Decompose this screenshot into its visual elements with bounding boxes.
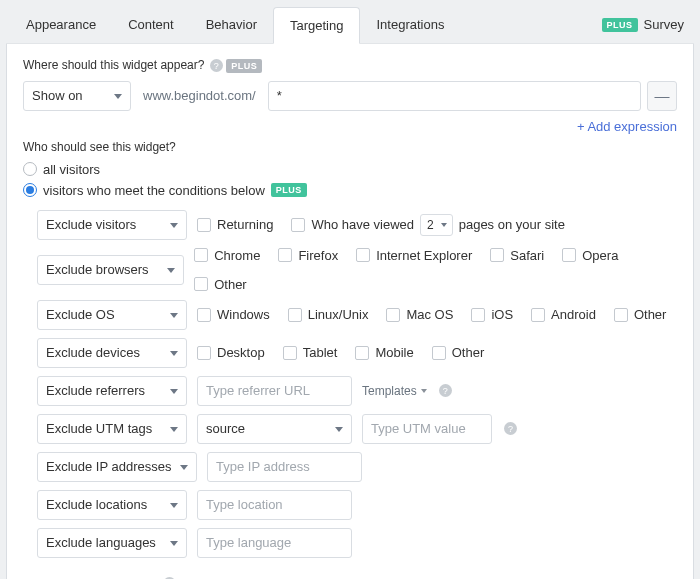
chk-ie[interactable]: Internet Explorer [356,248,472,263]
chk-tablet[interactable]: Tablet [283,345,338,360]
tabs-bar: Appearance Content Behavior Targeting In… [6,6,694,44]
chk-label-text: Other [634,307,667,322]
checkbox-icon [194,277,208,291]
help-icon[interactable]: ? [439,384,452,397]
radio-all-label: all visitors [43,162,100,177]
help-icon[interactable]: ? [210,59,223,72]
who-viewed-post: pages on your site [459,217,565,232]
radio-icon [23,162,37,176]
language-input[interactable] [197,528,352,558]
utm-param-select[interactable]: source [197,414,352,444]
page-count-select[interactable]: 2 [420,214,453,236]
who-viewed-pre: Who have viewed [311,217,414,232]
chk-firefox[interactable]: Firefox [278,248,338,263]
chk-macos[interactable]: Mac OS [386,307,453,322]
utm-value-input[interactable] [362,414,492,444]
chk-desktop[interactable]: Desktop [197,345,265,360]
cond-row-devices: Exclude devices Desktop Tablet Mobile Ot… [37,338,677,368]
ip-input[interactable] [207,452,362,482]
chevron-down-icon [170,541,178,546]
chevron-down-icon [170,223,178,228]
chk-other[interactable]: Other [194,277,247,292]
chk-label-text: Firefox [298,248,338,263]
locations-mode-select[interactable]: Exclude locations [37,490,187,520]
chk-chrome[interactable]: Chrome [194,248,260,263]
select-value: Exclude locations [46,497,147,512]
plus-badge: PLUS [226,59,262,73]
languages-mode-select[interactable]: Exclude languages [37,528,187,558]
path-input[interactable] [268,81,641,111]
chk-label-text: Android [551,307,596,322]
tab-appearance[interactable]: Appearance [10,7,112,42]
add-expression-link[interactable]: + Add expression [577,119,677,134]
chk-ios[interactable]: iOS [471,307,513,322]
tab-targeting[interactable]: Targeting [273,7,360,44]
checkbox-icon [356,248,370,262]
utm-param-value: source [206,421,245,436]
chk-returning[interactable]: Returning [197,217,273,232]
chk-label-text: Returning [217,217,273,232]
checkbox-icon [283,346,297,360]
cond-row-referrers: Exclude referrers Templates ? [37,376,677,406]
chk-linux[interactable]: Linux/Unix [288,307,369,322]
tab-behavior[interactable]: Behavior [190,7,273,42]
survey-label: Survey [644,17,684,32]
checkbox-icon [562,248,576,262]
referrer-url-input[interactable] [197,376,352,406]
select-value: Exclude languages [46,535,156,550]
location-input[interactable] [197,490,352,520]
chk-other[interactable]: Other [614,307,667,322]
checkbox-icon [278,248,292,262]
checkbox-icon [531,308,545,322]
cond-row-os: Exclude OS Windows Linux/Unix Mac OS iOS… [37,300,677,330]
chk-safari[interactable]: Safari [490,248,544,263]
os-mode-select[interactable]: Exclude OS [37,300,187,330]
help-icon[interactable]: ? [504,422,517,435]
chk-windows[interactable]: Windows [197,307,270,322]
cond-row-browsers: Exclude browsers Chrome Firefox Internet… [37,248,677,292]
remove-expression-button[interactable]: — [647,81,677,111]
chevron-down-icon [170,389,178,394]
chk-mobile[interactable]: Mobile [355,345,413,360]
browsers-mode-select[interactable]: Exclude browsers [37,255,184,285]
cond-row-locations: Exclude locations [37,490,677,520]
tab-content[interactable]: Content [112,7,190,42]
devices-mode-select[interactable]: Exclude devices [37,338,187,368]
utm-mode-select[interactable]: Exclude UTM tags [37,414,187,444]
checkbox-icon [291,218,305,232]
checkbox-icon [197,308,211,322]
checkbox-icon [288,308,302,322]
ip-mode-select[interactable]: Exclude IP addresses [37,452,197,482]
radio-icon [23,183,37,197]
visitors-mode-select[interactable]: Exclude visitors [37,210,187,240]
chk-android[interactable]: Android [531,307,596,322]
radio-conditional-visitors[interactable]: visitors who meet the conditions below P… [23,183,677,198]
chk-label-text: Internet Explorer [376,248,472,263]
chk-label-text: Safari [510,248,544,263]
chk-other[interactable]: Other [432,345,485,360]
referrers-mode-select[interactable]: Exclude referrers [37,376,187,406]
chk-opera[interactable]: Opera [562,248,618,263]
chk-label-text: Chrome [214,248,260,263]
show-mode-value: Show on [32,88,83,103]
chevron-down-icon [180,465,188,470]
chk-label-text: Mobile [375,345,413,360]
radio-all-visitors[interactable]: all visitors [23,162,677,177]
templates-dropdown[interactable]: Templates [362,384,427,398]
domain-text: www.begindot.com/ [137,88,262,103]
targeting-panel: Where should this widget appear? ? PLUS … [6,44,694,579]
checkbox-icon [355,346,369,360]
show-mode-select[interactable]: Show on [23,81,131,111]
tab-integrations[interactable]: Integrations [360,7,460,42]
chk-label-text: Other [452,345,485,360]
templates-label: Templates [362,384,417,398]
chevron-down-icon [170,351,178,356]
select-value: Exclude referrers [46,383,145,398]
select-value: Exclude OS [46,307,115,322]
chevron-down-icon [335,427,343,432]
select-value: Exclude visitors [46,217,136,232]
checkbox-icon [432,346,446,360]
select-value: Exclude UTM tags [46,421,152,436]
checkbox-icon [197,218,211,232]
chk-who-viewed[interactable]: Who have viewed 2 pages on your site [291,214,565,236]
